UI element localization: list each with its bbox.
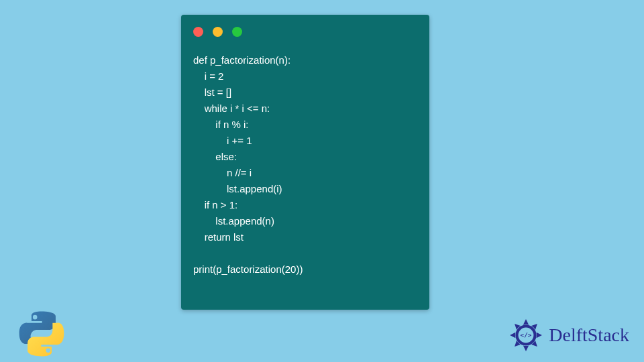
svg-text:</>: </> (521, 331, 532, 339)
minimize-icon[interactable] (213, 27, 223, 37)
delftstack-brand: </> DelftStack (508, 318, 629, 353)
delftstack-label: DelftStack (549, 324, 629, 346)
close-icon[interactable] (193, 27, 203, 37)
delftstack-icon: </> (508, 318, 543, 353)
python-icon (17, 310, 66, 358)
maximize-icon[interactable] (232, 27, 242, 37)
code-block: def p_factorization(n): i = 2 lst = [] w… (193, 52, 423, 278)
code-window: def p_factorization(n): i = 2 lst = [] w… (181, 15, 429, 310)
window-traffic-lights (193, 27, 242, 37)
canvas: def p_factorization(n): i = 2 lst = [] w… (0, 0, 644, 362)
